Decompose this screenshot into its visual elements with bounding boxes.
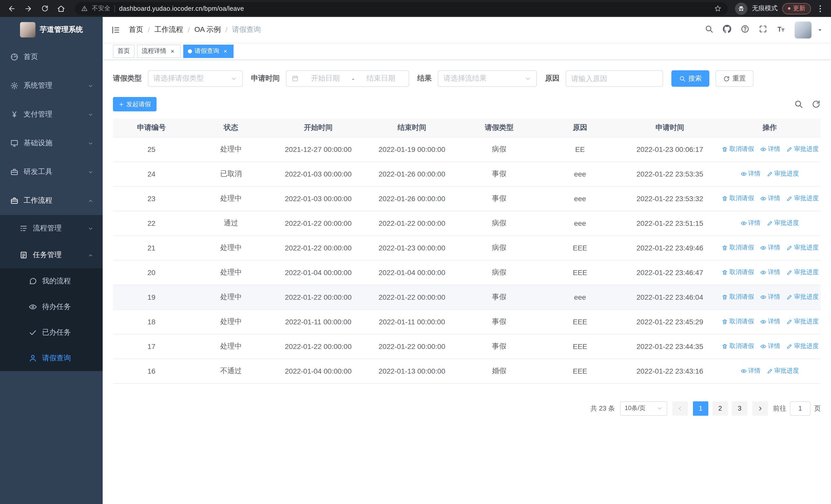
font-size-button[interactable] xyxy=(777,25,787,35)
detail-link[interactable]: 详情 xyxy=(760,145,780,154)
chevron-down-icon xyxy=(524,75,531,82)
approval-progress-link[interactable]: 审批进度 xyxy=(767,219,799,228)
cancel-leave-link[interactable]: 取消请假 xyxy=(722,293,754,301)
goto-page-input[interactable] xyxy=(790,401,810,415)
result-placeholder: 请选择流结果 xyxy=(443,74,487,83)
page-button-2[interactable]: 2 xyxy=(712,401,728,415)
search-button-label: 搜索 xyxy=(688,74,701,83)
detail-link[interactable]: 详情 xyxy=(740,170,761,178)
detail-link[interactable]: 详情 xyxy=(760,293,780,301)
refresh-table-button[interactable] xyxy=(811,99,821,109)
cancel-leave-link[interactable]: 取消请假 xyxy=(722,194,754,203)
sidebar-item-system-management[interactable]: 系统管理 xyxy=(0,71,103,100)
sidebar-toggle-icon[interactable] xyxy=(111,25,121,35)
browser-menu-icon[interactable] xyxy=(815,4,825,13)
sidebar-item-payment-management[interactable]: 支付管理 xyxy=(0,100,103,129)
detail-link[interactable]: 详情 xyxy=(760,194,780,203)
sidebar-item-leave-query[interactable]: 请假查询 xyxy=(0,346,103,371)
sidebar-item-todo-tasks[interactable]: 待办任务 xyxy=(0,294,103,320)
detail-link[interactable]: 详情 xyxy=(740,219,761,228)
prev-page-button[interactable] xyxy=(672,401,688,415)
result-select[interactable]: 请选择流结果 xyxy=(438,70,537,87)
sidebar-item-workflow[interactable]: 工作流程 xyxy=(0,186,103,215)
browser-back-button[interactable] xyxy=(5,2,19,15)
sidebar-logo[interactable]: 芋道管理系统 xyxy=(0,17,103,42)
cell-status: 处理中 xyxy=(190,334,272,359)
approval-progress-link[interactable]: 审批进度 xyxy=(786,293,819,301)
sidebar-item-infrastructure[interactable]: 基础设施 xyxy=(0,129,103,157)
sidebar-item-done-tasks[interactable]: 已办任务 xyxy=(0,320,103,346)
cell-status: 处理中 xyxy=(190,309,272,334)
breadcrumb-item[interactable]: 工作流程 xyxy=(154,25,183,34)
action-label: 详情 xyxy=(768,318,780,326)
page-button-3[interactable]: 3 xyxy=(732,401,747,415)
page-button-1[interactable]: 1 xyxy=(693,401,708,415)
user-avatar[interactable] xyxy=(795,21,811,38)
cell-type: 婚假 xyxy=(459,359,539,383)
cancel-leave-link[interactable]: 取消请假 xyxy=(722,268,754,277)
approval-progress-link[interactable]: 审批进度 xyxy=(786,268,819,277)
browser-update-button[interactable]: 更新 xyxy=(782,3,811,14)
calendar-icon xyxy=(291,75,299,82)
sidebar-item-my-process[interactable]: 我的流程 xyxy=(0,268,103,294)
reason-label: 原因 xyxy=(545,74,560,83)
sidebar-item-process-management[interactable]: 流程管理 xyxy=(0,215,103,242)
action-label: 详情 xyxy=(768,342,780,351)
leave-type-select[interactable]: 请选择请假类型 xyxy=(148,70,243,87)
sidebar-item-home[interactable]: 首页 xyxy=(0,42,103,71)
reset-button[interactable]: 重置 xyxy=(716,70,753,87)
detail-link[interactable]: 详情 xyxy=(760,342,780,351)
breadcrumb-item[interactable]: OA 示例 xyxy=(195,25,221,34)
cell-type: 事假 xyxy=(459,162,539,186)
apply-time-range-picker[interactable]: 开始日期 - 结束日期 xyxy=(286,70,409,87)
approval-progress-link[interactable]: 审批进度 xyxy=(786,342,819,351)
close-tab-icon[interactable]: × xyxy=(169,48,176,55)
approval-progress-link[interactable]: 审批进度 xyxy=(767,170,799,178)
approval-progress-link[interactable]: 审批进度 xyxy=(767,367,799,376)
close-tab-icon[interactable]: × xyxy=(222,48,229,55)
browser-forward-button[interactable] xyxy=(22,2,35,15)
next-page-button[interactable] xyxy=(752,401,768,415)
fullscreen-button[interactable] xyxy=(758,25,769,35)
approval-progress-link[interactable]: 审批进度 xyxy=(786,318,819,326)
column-header: 申请编号 xyxy=(113,119,190,137)
table-header-row: 申请编号状态开始时间结束时间请假类型原因申请时间操作 xyxy=(113,119,821,137)
docs-help-button[interactable] xyxy=(741,25,751,35)
sidebar-item-devtools[interactable]: 研发工具 xyxy=(0,157,103,186)
detail-link[interactable]: 详情 xyxy=(760,268,780,277)
caret-down-icon[interactable] xyxy=(817,27,823,33)
header-search-button[interactable] xyxy=(705,25,715,35)
tag-首页[interactable]: 首页 xyxy=(113,45,135,58)
bookmark-star-icon[interactable] xyxy=(714,5,722,12)
url-text: dashboard.yudao.iocoder.cn/bpm/oa/leave xyxy=(119,5,710,12)
address-bar[interactable]: 不安全 dashboard.yudao.iocoder.cn/bpm/oa/le… xyxy=(75,2,728,15)
detail-link[interactable]: 详情 xyxy=(760,243,780,252)
toggle-search-button[interactable] xyxy=(794,99,803,109)
tag-请假查询[interactable]: 请假查询× xyxy=(183,45,233,58)
approval-progress-link[interactable]: 审批进度 xyxy=(786,243,819,252)
cell-type: 事假 xyxy=(459,186,539,211)
github-button[interactable] xyxy=(723,25,733,35)
search-button[interactable]: 搜索 xyxy=(671,70,709,87)
create-leave-button[interactable]: 发起请假 xyxy=(113,97,156,111)
detail-link[interactable]: 详情 xyxy=(740,367,761,376)
action-label: 审批进度 xyxy=(794,342,819,351)
reason-input[interactable] xyxy=(566,70,663,87)
sidebar-item-task-management[interactable]: 任务管理 xyxy=(0,242,103,268)
chevron-down-icon xyxy=(88,112,93,117)
breadcrumb-item[interactable]: 首页 xyxy=(129,25,143,34)
cancel-leave-link[interactable]: 取消请假 xyxy=(722,243,754,252)
page-size-select[interactable]: 10条/页 xyxy=(620,401,667,415)
detail-link[interactable]: 详情 xyxy=(760,318,780,326)
cancel-leave-link[interactable]: 取消请假 xyxy=(722,318,754,326)
browser-home-button[interactable] xyxy=(54,2,68,15)
incognito-badge xyxy=(735,2,747,14)
browser-reload-button[interactable] xyxy=(38,2,51,15)
tag-流程详情[interactable]: 流程详情× xyxy=(137,45,181,58)
cancel-leave-link[interactable]: 取消请假 xyxy=(722,145,754,154)
edit-icon xyxy=(767,220,773,226)
cell-apply_time: 2022-01-22 23:43:16 xyxy=(621,359,719,383)
approval-progress-link[interactable]: 审批进度 xyxy=(786,145,819,154)
cancel-leave-link[interactable]: 取消请假 xyxy=(722,342,754,351)
approval-progress-link[interactable]: 审批进度 xyxy=(786,194,819,203)
